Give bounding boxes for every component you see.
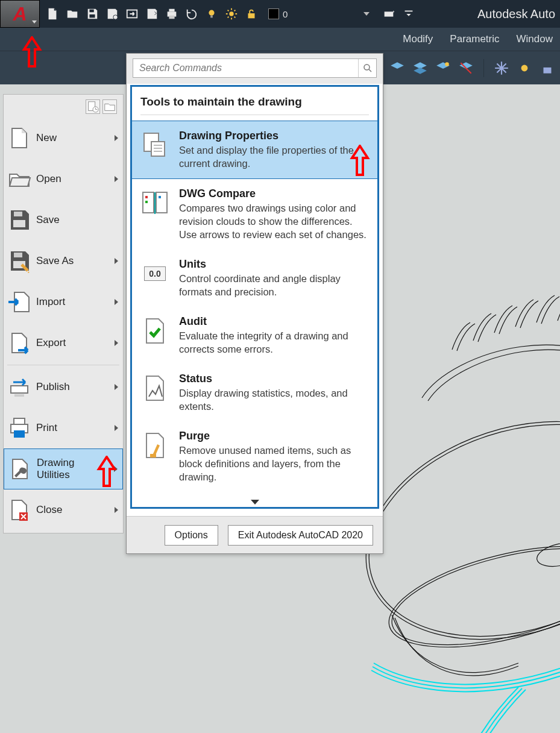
panel-heading: Tools to maintain the drawing [132,87,377,115]
options-button[interactable]: Options [165,525,218,546]
quick-access-toolbar: 0 [40,0,415,28]
new-icon[interactable] [46,7,59,20]
bulb-off-icon[interactable] [205,7,218,20]
save-web-icon[interactable] [145,7,159,20]
item-audit[interactable]: Audit Evaluate the integrity of a drawin… [132,307,377,364]
svg-rect-1 [89,14,95,17]
svg-rect-0 [89,10,93,13]
annotation-arrow-2 [350,145,370,178]
thaw-icon[interactable] [517,60,532,76]
app-title-text: Autodesk Auto [477,0,555,28]
save-as-icon[interactable] [105,7,119,20]
menu-window[interactable]: Window [517,33,553,45]
item-purge[interactable]: Purge Remove unused named items, such as… [132,421,377,492]
layer-iso-icon[interactable] [435,60,451,76]
drawing-utilities-panel: Tools to maintain the drawing Drawing Pr… [130,85,379,509]
chevron-right-icon [115,176,118,182]
svg-rect-31 [14,430,25,438]
svg-rect-24 [13,220,25,227]
item-desc: Remove unused named items, such as block… [179,444,370,483]
print-icon [6,415,33,441]
item-desc: Compares two drawings using color and re… [179,201,370,241]
menu-new-label: New [33,132,118,144]
chevron-right-icon [115,135,118,141]
menu-modify[interactable]: Modify [403,33,433,45]
svg-point-14 [521,64,528,71]
svg-rect-11 [385,11,394,16]
publish-icon [6,374,33,400]
svg-rect-6 [169,16,174,19]
open-web-icon[interactable] [125,7,139,20]
undo-icon[interactable] [185,7,198,20]
item-desc: Evaluate the integrity of a drawing and … [179,329,370,356]
layer-combo[interactable]: 0 [268,8,370,19]
menu-open[interactable]: Open [4,159,123,200]
menu-publish[interactable]: Publish [4,366,123,407]
svg-rect-10 [248,13,255,18]
svg-rect-5 [169,9,174,12]
export-icon [6,330,33,356]
chevron-right-icon [115,258,118,264]
item-status[interactable]: Status Display drawing statistics, modes… [132,364,377,421]
chevron-right-icon [115,340,118,346]
panel-footer: Options Exit Autodesk AutoCAD 2020 [127,516,383,553]
item-title: Audit [179,315,370,328]
plot-icon[interactable] [165,7,178,20]
item-title: Purge [179,430,370,442]
layer-states-icon[interactable] [412,60,428,76]
freeze-icon[interactable] [494,60,509,76]
svg-rect-27 [11,386,28,393]
exit-button[interactable]: Exit Autodesk AutoCAD 2020 [228,525,373,546]
lock-open-icon[interactable] [245,7,258,20]
menu-close-label: Close [33,504,118,516]
chevron-right-icon [115,384,118,390]
svg-rect-28 [14,394,24,397]
menu-export[interactable]: Export [4,322,123,363]
open-documents-icon[interactable] [102,99,117,114]
menu-close[interactable]: Close [4,489,123,530]
lock-icon[interactable] [540,60,555,76]
menu-publish-label: Publish [33,381,118,393]
recent-documents-icon[interactable] [86,99,100,114]
item-units[interactable]: 0.0 Units Control coordinate and angle d… [132,250,377,307]
annotation-arrow-1 [22,36,42,70]
svg-point-2 [113,15,118,19]
save-icon [6,207,33,233]
purge-icon [139,430,171,461]
chevron-down-icon [32,20,37,24]
svg-point-20 [535,539,560,570]
item-drawing-properties[interactable]: Drawing Properties Set and display the f… [132,121,377,179]
svg-rect-25 [14,253,22,257]
menu-print[interactable]: Print [4,407,123,448]
item-desc: Control coordinate and angle display for… [179,272,370,298]
item-dwg-compare[interactable]: DWG Compare Compares two drawings using … [132,179,377,250]
save-icon[interactable] [86,7,99,20]
chevron-right-icon [115,507,118,513]
svg-point-33 [364,64,370,70]
layer-icon[interactable] [389,60,405,76]
new-file-icon [6,125,33,151]
search-icon[interactable] [358,59,376,77]
svg-point-13 [445,62,449,66]
wrench-icon [7,456,33,482]
svg-rect-30 [14,418,25,424]
app-logo-button[interactable]: A [0,0,40,28]
sun-icon[interactable] [225,7,238,20]
menu-save-as[interactable]: Save As [4,241,123,282]
layer-off-icon[interactable] [458,60,474,76]
chevron-right-icon [115,299,118,305]
plot-dropdown-icon[interactable] [382,7,395,20]
scroll-down-icon[interactable] [251,500,259,505]
menu-import[interactable]: Import [4,282,123,322]
svg-rect-38 [145,196,148,198]
menu-parametric[interactable]: Parametric [450,33,499,45]
qat-customize-icon[interactable] [402,7,415,20]
menu-save[interactable]: Save [4,200,123,241]
menu-new[interactable]: New [4,118,123,159]
menu-print-label: Print [33,422,118,434]
open-icon[interactable] [66,7,79,20]
separator [7,365,119,365]
layer-value: 0 [279,9,360,19]
search-commands[interactable] [133,58,377,78]
search-input[interactable] [133,63,358,74]
